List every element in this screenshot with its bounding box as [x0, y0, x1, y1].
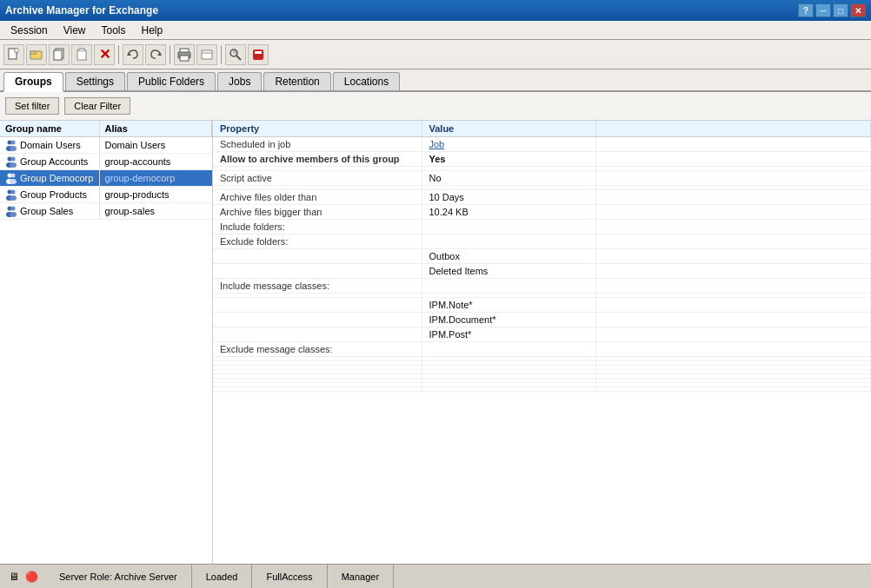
empty-cell: [595, 264, 871, 279]
monitor-icon: 🖥: [7, 570, 21, 584]
property-value: IPM.Post*: [422, 327, 595, 342]
print-button[interactable]: [174, 44, 195, 65]
property-value[interactable]: Job: [422, 137, 595, 152]
property-label: Archive files bigger than: [213, 205, 422, 220]
clear-filter-button[interactable]: Clear Filter: [64, 97, 130, 115]
menu-tools[interactable]: Tools: [95, 23, 133, 38]
tab-settings[interactable]: Settings: [65, 72, 125, 90]
tab-locations[interactable]: Locations: [333, 72, 400, 90]
property-label: [213, 387, 422, 392]
redo-button[interactable]: [145, 44, 166, 65]
fullaccess-status: FullAccess: [252, 565, 327, 588]
server-role-status: Server Role: Archive Server: [45, 565, 192, 588]
property-value: IPM.Document*: [422, 313, 595, 327]
property-label: Allow to archive members of this group: [213, 152, 422, 167]
search-button[interactable]: [225, 44, 246, 65]
list-item[interactable]: Group Accountsgroup-accounts: [0, 154, 212, 170]
menu-help[interactable]: Help: [135, 23, 170, 38]
property-label: Exclude message classes:: [213, 342, 422, 357]
svg-rect-2: [15, 49, 18, 52]
empty-cell: [595, 342, 871, 357]
open-button[interactable]: [26, 44, 47, 65]
content-pane: Group name Alias Domain UsersDomain User…: [0, 121, 871, 564]
properties-table: Property Value Scheduled in jobJobAllow …: [213, 121, 871, 392]
property-label: [213, 313, 422, 327]
undo-button[interactable]: [123, 44, 143, 65]
table-row: Outbox: [213, 249, 871, 264]
list-item[interactable]: Group Democorpgroup-democorp: [0, 170, 212, 187]
empty-cell: [595, 220, 871, 235]
svg-point-29: [10, 162, 17, 168]
stop-button[interactable]: [248, 44, 269, 65]
rp-col-property: Property: [213, 121, 422, 137]
separator-3: [221, 45, 222, 64]
properties-body: Scheduled in jobJobAllow to archive memb…: [213, 137, 871, 392]
property-label: Archive files older than: [213, 190, 422, 205]
export-button[interactable]: [196, 44, 217, 65]
delete-button[interactable]: ✕: [94, 44, 115, 65]
svg-rect-4: [30, 51, 36, 54]
svg-point-41: [10, 212, 17, 217]
menu-view[interactable]: View: [57, 23, 93, 38]
property-value: [422, 235, 595, 249]
group-icon: [5, 155, 17, 168]
empty-cell: [595, 171, 871, 186]
group-name: Group Products: [20, 189, 87, 200]
list-item[interactable]: Domain UsersDomain Users: [0, 137, 212, 154]
tab-public-folders[interactable]: Public Folders: [127, 72, 216, 90]
list-item[interactable]: Group Salesgroup-sales: [0, 203, 212, 220]
tab-groups[interactable]: Groups: [3, 72, 63, 92]
new-button[interactable]: [3, 44, 24, 65]
maximize-button[interactable]: □: [833, 3, 848, 17]
svg-point-19: [234, 50, 236, 53]
empty-cell: [595, 249, 871, 264]
set-filter-button[interactable]: Set filter: [5, 97, 59, 115]
empty-cell: [595, 235, 871, 249]
svg-point-27: [11, 157, 16, 162]
copy-button[interactable]: [49, 44, 70, 65]
empty-cell: [595, 137, 871, 152]
table-row: Archive files bigger than10.24 KB: [213, 205, 871, 220]
property-label: Include message classes:: [213, 279, 422, 294]
property-label: [213, 298, 422, 313]
table-row: [213, 387, 871, 392]
left-panel: Group name Alias Domain UsersDomain User…: [0, 121, 213, 564]
tab-jobs[interactable]: Jobs: [217, 72, 262, 90]
list-item[interactable]: Group Productsgroup-products: [0, 187, 212, 203]
property-value: [422, 387, 595, 392]
svg-point-39: [11, 207, 16, 211]
svg-point-23: [11, 141, 16, 145]
table-row: Include folders:: [213, 220, 871, 235]
right-panel: Property Value Scheduled in jobJobAllow …: [213, 121, 871, 564]
minimize-button[interactable]: ─: [815, 3, 831, 17]
svg-rect-6: [54, 50, 62, 60]
svg-line-18: [236, 56, 241, 60]
paste-button[interactable]: [71, 44, 92, 65]
property-value: Yes: [422, 152, 595, 167]
help-button[interactable]: ?: [798, 3, 814, 17]
property-value: Outbox: [422, 249, 595, 264]
loaded-status: Loaded: [192, 565, 253, 588]
group-name: Domain Users: [20, 140, 81, 150]
group-name: Group Sales: [20, 206, 73, 216]
group-icon: [5, 188, 17, 201]
table-row: Exclude message classes:: [213, 342, 871, 357]
property-label: [213, 264, 422, 279]
table-row: Script activeNo: [213, 171, 871, 186]
left-panel-header: Group name Alias: [0, 121, 212, 137]
tab-retention[interactable]: Retention: [263, 72, 330, 90]
property-value: [422, 279, 595, 294]
menu-session[interactable]: Session: [3, 23, 55, 38]
svg-point-37: [10, 195, 17, 201]
table-row: Scheduled in jobJob: [213, 137, 871, 152]
separator-1: [118, 45, 119, 64]
status-icons: 🖥 🔴: [7, 570, 38, 584]
table-row: Exclude folders:: [213, 235, 871, 249]
group-alias: group-democorp: [100, 170, 212, 186]
table-row: IPM.Post*: [213, 327, 871, 342]
property-value: 10 Days: [422, 190, 595, 205]
db-icon: 🔴: [24, 570, 38, 584]
empty-cell: [595, 327, 871, 342]
rp-col-extra: [595, 121, 871, 137]
close-button[interactable]: ✕: [850, 3, 866, 17]
